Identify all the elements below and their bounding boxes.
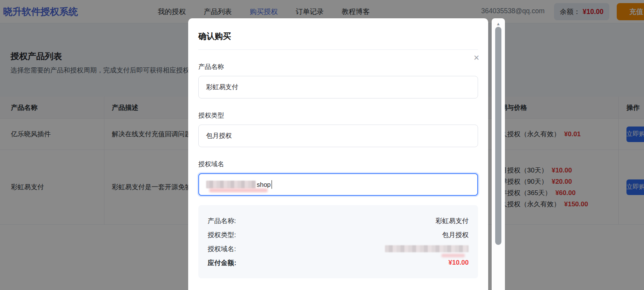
order-summary-box: 产品名称: 彩虹易支付 授权类型: 包月授权 授权域名: 应付金额: ¥10.0… xyxy=(198,205,478,278)
product-name-value: 彩虹易支付 xyxy=(206,83,238,91)
product-name-label: 产品名称 xyxy=(198,63,478,71)
summary-label: 授权域名: xyxy=(208,244,236,253)
summary-label: 应付金额: xyxy=(208,258,236,267)
summary-row: 产品名称: 彩虹易支付 xyxy=(208,214,469,228)
app-screen: 晓升软件授权系统 我的授权 产品列表 购买授权 订单记录 教程博客 364035… xyxy=(0,0,644,290)
redacted-domain-value xyxy=(385,245,469,252)
close-icon[interactable]: ✕ xyxy=(471,53,482,63)
dialog-header-divider xyxy=(198,49,478,50)
license-domain-label: 授权域名 xyxy=(198,160,478,169)
summary-row: 授权类型: 包月授权 xyxy=(208,228,469,242)
domain-visible-tail: shop xyxy=(257,181,271,188)
license-type-value: 包月授权 xyxy=(206,132,232,140)
scroll-up-arrow-icon[interactable]: ▲ xyxy=(492,21,505,26)
product-name-field[interactable]: 彩虹易支付 xyxy=(198,76,478,98)
license-domain-input[interactable]: shop xyxy=(198,173,478,196)
summary-label: 产品名称: xyxy=(208,216,236,225)
license-type-field[interactable]: 包月授权 xyxy=(198,125,478,147)
summary-label: 授权类型: xyxy=(208,230,236,239)
text-cursor xyxy=(272,180,272,189)
summary-value: 彩虹易支付 xyxy=(436,216,469,225)
modal-scrollbar[interactable]: ▲ xyxy=(492,18,505,290)
summary-value: 包月授权 xyxy=(442,230,469,239)
summary-row: 授权域名: xyxy=(208,242,469,256)
summary-row-total: 应付金额: ¥10.00 xyxy=(208,256,469,270)
confirm-purchase-dialog: 确认购买 ✕ 产品名称 彩虹易支付 授权类型 包月授权 授权域名 shop 产品… xyxy=(188,18,488,290)
license-type-label: 授权类型 xyxy=(198,111,478,120)
redacted-domain-text xyxy=(206,181,256,188)
dialog-title: 确认购买 xyxy=(198,18,478,42)
amount-due-value: ¥10.00 xyxy=(448,259,469,267)
scrollbar-thumb[interactable] xyxy=(495,27,501,245)
